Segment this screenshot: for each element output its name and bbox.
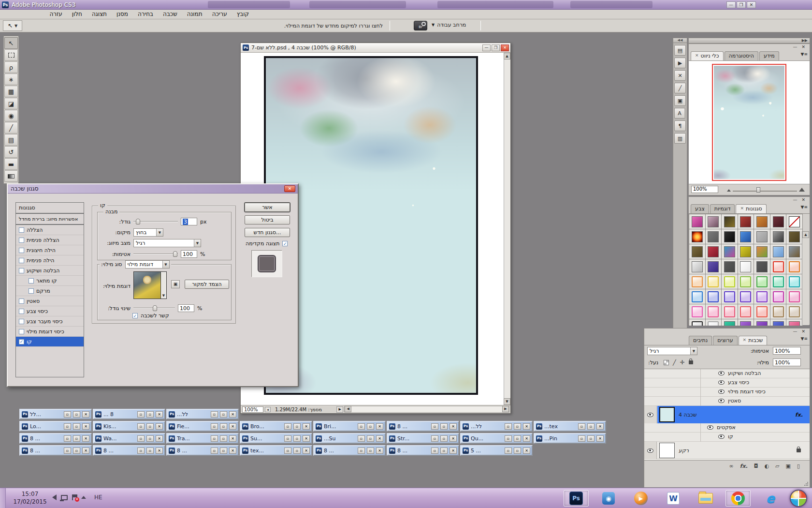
minimized-maximize-button[interactable]: ▫: [146, 423, 154, 430]
style-swatch[interactable]: [708, 261, 719, 272]
minimized-document[interactable]: Ps8 ...▫▫✕: [387, 421, 459, 432]
minimized-maximize-button[interactable]: ▫: [293, 423, 301, 430]
style-swatch[interactable]: [789, 246, 800, 257]
minimized-document[interactable]: Ps...Su▫▫✕: [313, 433, 386, 444]
style-swatch-cell[interactable]: [770, 319, 786, 326]
style-swatch-cell[interactable]: [738, 319, 754, 326]
minimized-close-button[interactable]: ✕: [376, 435, 383, 442]
style-swatch-cell[interactable]: [786, 289, 802, 304]
minimized-close-button[interactable]: ✕: [156, 435, 163, 442]
panel-minimize-close-icons[interactable]: — ✕: [793, 329, 807, 334]
style-swatch[interactable]: [789, 261, 800, 272]
effect-item-הבלטה ושיקוע[interactable]: הבלטה ושיקוע: [16, 266, 84, 276]
minimized-document[interactable]: PsBro...▫▫✕: [240, 421, 312, 432]
effect-item-סאטין[interactable]: סאטין: [16, 296, 84, 306]
style-swatch-cell[interactable]: [722, 274, 738, 289]
style-swatch-cell[interactable]: [738, 244, 754, 259]
current-tool-button[interactable]: ↖ ▼: [3, 20, 22, 31]
tool-presets-panel-icon[interactable]: ✕: [674, 70, 686, 81]
minimized-document[interactable]: Ps...לל▫▫✕: [166, 409, 239, 419]
layer-effect-row-סאטין[interactable]: סאטין: [644, 397, 810, 406]
minimized-restore-button[interactable]: ▫: [505, 435, 512, 442]
style-swatch-cell[interactable]: [754, 289, 770, 304]
menu-קובץ[interactable]: קובץ: [232, 10, 254, 19]
minimized-document[interactable]: PsLo...▫▫✕: [19, 421, 92, 432]
style-swatch[interactable]: [708, 246, 719, 257]
layers-tab-ערוצים[interactable]: ערוצים: [713, 336, 737, 345]
scroll-up-arrow[interactable]: ▲: [504, 53, 510, 60]
minimized-maximize-button[interactable]: ▫: [587, 435, 594, 442]
preview-checkbox[interactable]: ✓: [282, 241, 288, 246]
minimized-maximize-button[interactable]: ▫: [367, 423, 374, 430]
minimized-document[interactable]: Ps8 ...▫▫✕: [166, 445, 239, 456]
layer-effect-row-כיסוי דוגמת מילוי[interactable]: כיסוי דוגמת מילוי: [644, 388, 810, 397]
minimized-maximize-button[interactable]: ▫: [514, 435, 521, 442]
style-swatch[interactable]: [724, 321, 735, 326]
taskbar-app-media-player[interactable]: ▶: [628, 490, 653, 507]
status-flyout-button[interactable]: ▶: [336, 406, 343, 413]
style-swatch[interactable]: [708, 321, 719, 326]
minimized-maximize-button[interactable]: ▫: [220, 448, 227, 454]
effect-item-קו מתאר[interactable]: קו מתאר: [16, 276, 84, 286]
style-swatch[interactable]: [773, 246, 784, 257]
style-swatch-cell[interactable]: [738, 259, 754, 274]
style-swatch-cell[interactable]: [770, 214, 786, 229]
style-swatch-cell[interactable]: [706, 259, 722, 274]
minimized-maximize-button[interactable]: ▫: [146, 435, 154, 442]
effect-checkbox[interactable]: [19, 258, 24, 263]
minimized-restore-button[interactable]: ▫: [431, 448, 438, 454]
minimized-restore-button[interactable]: ▫: [211, 435, 218, 442]
effect-checkbox[interactable]: ✓: [19, 339, 24, 344]
panel-resize-grip[interactable]: [804, 481, 809, 486]
style-swatch-cell[interactable]: [722, 229, 738, 244]
minimized-maximize-button[interactable]: ▫: [146, 411, 154, 418]
minimized-close-button[interactable]: ✕: [596, 435, 604, 442]
visibility-eye-icon[interactable]: [718, 389, 725, 394]
style-swatch-cell[interactable]: [722, 259, 738, 274]
style-swatch-cell[interactable]: [754, 259, 770, 274]
clone-source-panel-icon[interactable]: ▤: [674, 45, 686, 56]
visibility-eye-icon[interactable]: [718, 434, 725, 439]
style-swatch-cell[interactable]: [689, 229, 705, 244]
style-swatch-cell[interactable]: [689, 304, 705, 319]
blending-options-box[interactable]: אפשרויות מיזוג: ברירת מחדל: [15, 213, 84, 224]
style-swatch-cell[interactable]: [722, 304, 738, 319]
position-dropdown[interactable]: בחוץ ▼: [133, 228, 163, 237]
eraser-tool[interactable]: ▬: [4, 158, 18, 170]
navigator-tab-כלי ניווט[interactable]: כלי ניווט×: [691, 51, 724, 60]
close-button[interactable]: ✕: [747, 1, 756, 8]
style-swatch[interactable]: [692, 291, 703, 302]
minimized-restore-button[interactable]: ▫: [431, 423, 438, 430]
actions-panel-icon[interactable]: ▶: [674, 58, 686, 68]
minimized-maximize-button[interactable]: ▫: [293, 448, 301, 454]
minimized-restore-button[interactable]: ▫: [578, 423, 585, 430]
style-swatch-cell[interactable]: [754, 304, 770, 319]
menu-עזרה[interactable]: עזרה: [44, 10, 67, 19]
panel-menu-icon[interactable]: ▼≡: [801, 52, 808, 57]
effect-checkbox[interactable]: [19, 309, 24, 314]
scale-field[interactable]: 100: [178, 304, 194, 312]
opacity-slider[interactable]: [133, 251, 178, 257]
link-with-layer-checkbox[interactable]: ✓: [132, 313, 138, 318]
minimized-close-button[interactable]: ✕: [376, 448, 383, 454]
style-swatch-cell[interactable]: [738, 289, 754, 304]
navigator-zoom-slider[interactable]: [727, 186, 805, 193]
menu-בחירה[interactable]: בחירה: [133, 10, 158, 19]
style-swatch[interactable]: [740, 216, 751, 227]
minimized-maximize-button[interactable]: ▫: [73, 411, 80, 418]
style-swatch-cell[interactable]: [722, 319, 738, 326]
effect-item-הצללה פנימית[interactable]: הצללה פנימית: [16, 235, 84, 245]
navigator-zoom-field[interactable]: 100%: [691, 186, 718, 193]
style-swatch[interactable]: [692, 276, 703, 287]
scroll-right-arrow[interactable]: ▶: [502, 406, 509, 412]
style-swatch[interactable]: [756, 321, 768, 326]
cancel-button[interactable]: ביטול: [245, 215, 290, 224]
style-swatch-cell[interactable]: [722, 289, 738, 304]
snap-to-origin-button[interactable]: הצמד למקור: [185, 280, 229, 289]
minimized-close-button[interactable]: ✕: [229, 448, 236, 454]
layer-effect-row-כיסוי צבע[interactable]: כיסוי צבע: [644, 378, 810, 388]
layer-mask-icon[interactable]: ◘: [754, 463, 758, 469]
fill-type-dropdown[interactable]: דוגמת מילוי ▼: [125, 260, 170, 269]
minimized-document[interactable]: Ps5 ...▫▫✕: [460, 445, 533, 456]
minimized-restore-button[interactable]: ▫: [211, 423, 218, 430]
